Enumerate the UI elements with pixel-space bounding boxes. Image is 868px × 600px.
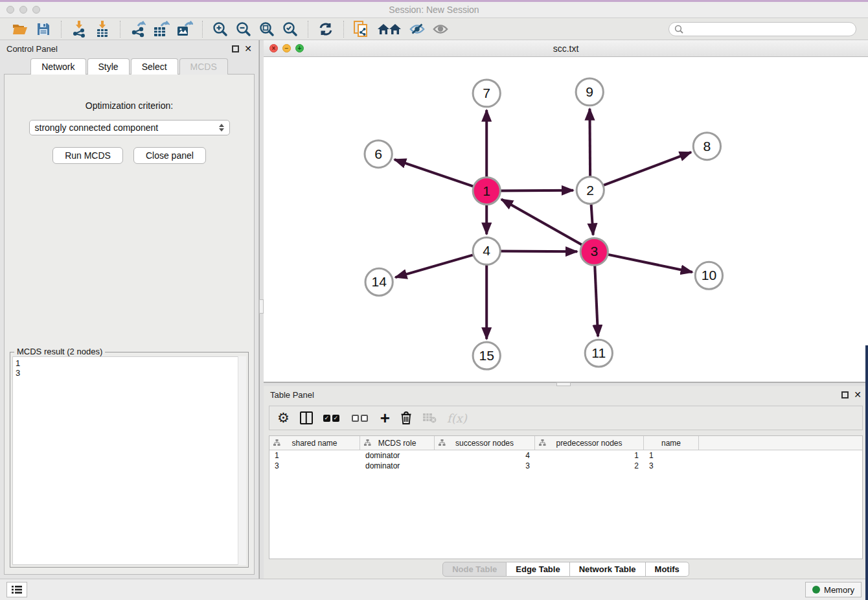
import-network-icon[interactable] [71, 21, 87, 38]
table-cell[interactable]: 3 [644, 461, 699, 471]
select-all-checkboxes-icon[interactable]: ✓✓ [323, 410, 341, 426]
zoom-selected-icon[interactable] [282, 21, 299, 38]
column-layout-icon[interactable] [300, 410, 313, 426]
criterion-value: strongly connected component [35, 122, 159, 133]
table-row[interactable]: 1dominator411 [269, 450, 862, 461]
edge-2-8[interactable] [590, 152, 691, 190]
delete-column-icon[interactable] [400, 410, 412, 426]
tab-edge-table[interactable]: Edge Table [507, 562, 569, 577]
main-toolbar [0, 18, 868, 40]
show-panel-eye-icon[interactable] [432, 21, 449, 38]
graph-node-9[interactable]: 9 [576, 78, 603, 106]
svg-text:4: 4 [483, 243, 490, 258]
tab-network[interactable]: Network [30, 58, 86, 75]
table-cell[interactable]: 1 [269, 450, 360, 461]
deselect-all-checkboxes-icon[interactable] [352, 410, 370, 426]
run-mcds-button[interactable]: Run MCDS [52, 147, 123, 164]
svg-text:10: 10 [702, 268, 717, 283]
vertical-splitter[interactable] [259, 40, 264, 579]
tab-node-table[interactable]: Node Table [442, 562, 507, 577]
edge-3-1[interactable] [501, 199, 594, 251]
clone-network-icon[interactable] [353, 21, 370, 38]
svg-text:3: 3 [590, 244, 598, 259]
zoom-in-icon[interactable] [212, 21, 229, 38]
tab-network-table[interactable]: Network Table [570, 562, 646, 577]
mcds-result-text[interactable]: 1 3 [12, 356, 246, 565]
session-home-icon[interactable] [376, 21, 402, 38]
zoom-fit-icon[interactable] [258, 21, 275, 38]
tab-motifs[interactable]: Motifs [646, 562, 689, 577]
column-header-shared-name[interactable]: shared name [269, 436, 360, 450]
column-header-name[interactable]: name [644, 436, 699, 450]
node-table[interactable]: shared nameMCDS rolesuccessor nodesprede… [269, 435, 863, 559]
task-history-button[interactable] [6, 582, 27, 597]
graph-node-10[interactable]: 10 [695, 262, 722, 289]
table-row[interactable]: 3dominator323 [269, 461, 862, 471]
svg-text:6: 6 [374, 146, 382, 161]
graph-node-14[interactable]: 14 [365, 268, 393, 295]
open-session-icon[interactable] [12, 21, 29, 38]
tab-style[interactable]: Style [87, 58, 130, 75]
table-cell[interactable]: 1 [644, 450, 699, 461]
graph-node-15[interactable]: 15 [473, 342, 500, 369]
float-panel-icon[interactable] [841, 391, 849, 398]
delete-table-icon [422, 410, 437, 426]
graph-node-6[interactable]: 6 [365, 141, 392, 168]
table-cell[interactable]: 3 [269, 461, 360, 471]
graph-node-3[interactable]: 3 [580, 238, 608, 265]
search-icon [674, 25, 683, 34]
desktop-background [865, 345, 868, 600]
svg-text:9: 9 [586, 84, 593, 99]
table-cell[interactable]: 3 [435, 461, 535, 471]
table-cell[interactable]: 2 [535, 461, 644, 471]
search-field[interactable] [668, 22, 856, 36]
application-window: Session: New Session [0, 0, 868, 600]
column-header-MCDS-role[interactable]: MCDS role [360, 436, 435, 450]
edge-3-10[interactable] [594, 251, 692, 272]
close-panel-button[interactable]: Close panel [133, 147, 206, 164]
splitter-grip[interactable] [259, 299, 264, 314]
hide-panel-eye-icon[interactable] [409, 21, 426, 38]
zoom-out-icon[interactable] [235, 21, 252, 38]
float-panel-icon[interactable] [232, 45, 239, 52]
column-header-predecessor-nodes[interactable]: predecessor nodes [535, 436, 644, 450]
save-session-icon[interactable] [35, 21, 52, 38]
graph-node-8[interactable]: 8 [693, 133, 720, 160]
splitter-grip[interactable] [556, 382, 571, 386]
tab-mcds[interactable]: MCDS [179, 58, 228, 75]
close-panel-icon[interactable]: ✕ [244, 44, 252, 53]
search-input[interactable] [687, 25, 851, 34]
control-panel: Control Panel ✕ NetworkStyleSelectMCDS O… [0, 40, 259, 579]
graph-node-7[interactable]: 7 [473, 80, 500, 107]
graph-node-1[interactable]: 1 [473, 178, 500, 205]
memory-label: Memory [824, 585, 854, 595]
tab-select[interactable]: Select [131, 58, 178, 75]
add-column-icon[interactable]: + [380, 410, 390, 426]
svg-text:11: 11 [591, 345, 606, 360]
column-header-successor-nodes[interactable]: successor nodes [435, 436, 535, 450]
memory-status-icon [812, 586, 820, 594]
horizontal-splitter[interactable] [264, 382, 868, 386]
export-network-icon[interactable] [130, 21, 146, 38]
close-panel-icon[interactable]: ✕ [854, 390, 862, 399]
table-cell[interactable]: 1 [535, 450, 644, 461]
criterion-select[interactable]: strongly connected component [29, 120, 230, 135]
import-table-icon[interactable] [94, 21, 111, 38]
network-title: scc.txt [264, 43, 868, 54]
table-cell[interactable]: 4 [435, 450, 535, 461]
titlebar: Session: New Session [0, 0, 868, 18]
table-settings-gear-icon[interactable]: ⚙ [277, 410, 290, 426]
svg-text:15: 15 [479, 348, 494, 363]
export-table-icon[interactable] [153, 21, 170, 38]
network-canvas[interactable]: 7968124314101511 [264, 57, 868, 382]
window-title: Session: New Session [0, 5, 868, 15]
memory-button[interactable]: Memory [805, 582, 862, 597]
graph-node-2[interactable]: 2 [577, 177, 604, 204]
graph-node-11[interactable]: 11 [585, 340, 612, 367]
table-cell[interactable]: dominator [360, 461, 435, 471]
graph-node-4[interactable]: 4 [473, 237, 500, 264]
export-image-icon[interactable] [176, 21, 193, 38]
apply-layout-icon[interactable] [317, 21, 334, 38]
result-scrollbar[interactable] [238, 356, 246, 565]
table-cell[interactable]: dominator [360, 450, 435, 461]
